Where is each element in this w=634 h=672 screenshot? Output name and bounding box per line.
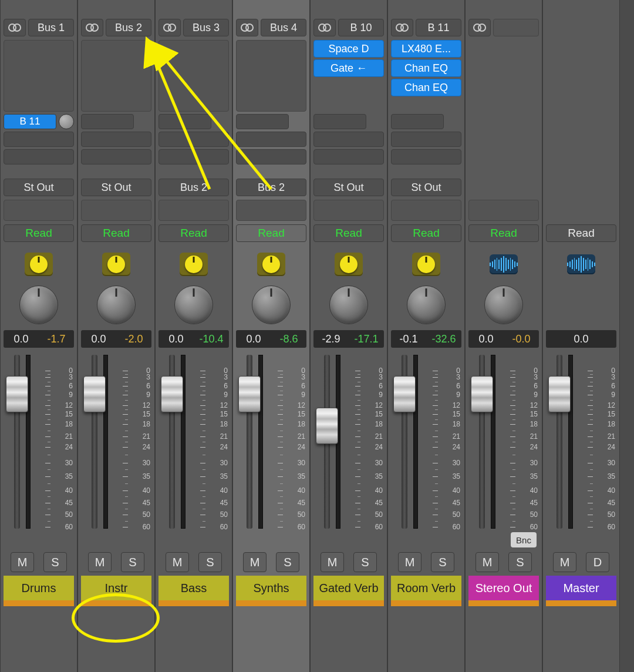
track-name[interactable]: Synths	[236, 576, 306, 600]
track-name[interactable]: Stereo Out	[468, 576, 539, 600]
send-slot-empty[interactable]	[391, 149, 461, 164]
hpf-knob[interactable]	[412, 253, 440, 276]
output-slot[interactable]: St Out	[81, 179, 151, 196]
send-slot-empty[interactable]	[81, 149, 151, 164]
output-slot[interactable]: Bus 2	[158, 179, 229, 196]
output-slot[interactable]: St Out	[313, 179, 384, 196]
automation-mode[interactable]: Read	[468, 224, 539, 242]
mute-button[interactable]: M	[476, 552, 499, 572]
fader-cap[interactable]	[548, 376, 571, 412]
hpf-knob[interactable]	[257, 253, 285, 276]
automation-mode[interactable]: Read	[546, 224, 616, 242]
send-level-knob[interactable]	[59, 114, 74, 129]
group-slot[interactable]	[468, 200, 539, 221]
solo-button[interactable]: D	[586, 552, 609, 572]
solo-button[interactable]: S	[431, 552, 454, 572]
insert-empty[interactable]	[81, 40, 151, 112]
hpf-knob[interactable]	[180, 253, 208, 276]
automation-mode[interactable]: Read	[4, 224, 74, 242]
send-slot-empty[interactable]	[158, 114, 211, 129]
solo-button[interactable]: S	[43, 552, 67, 572]
solo-button[interactable]: S	[508, 552, 532, 572]
mute-button[interactable]: M	[166, 552, 189, 572]
input-slot[interactable]: Bus 4	[261, 19, 306, 36]
solo-button[interactable]: S	[276, 552, 299, 572]
mute-button[interactable]: M	[398, 552, 421, 572]
stereo-mode-icon[interactable]	[158, 19, 181, 36]
solo-button[interactable]: S	[121, 552, 144, 572]
send-slot-empty[interactable]	[236, 114, 289, 129]
mute-button[interactable]: M	[11, 552, 34, 572]
mute-button[interactable]: M	[553, 552, 576, 572]
group-slot[interactable]	[313, 200, 384, 221]
send-slot-empty[interactable]	[391, 114, 444, 129]
track-name[interactable]: Room Verb	[391, 576, 461, 600]
pan-knob[interactable]	[329, 285, 368, 324]
send-slot-empty[interactable]	[158, 132, 229, 147]
group-slot[interactable]	[81, 200, 151, 221]
mute-button[interactable]: M	[243, 552, 267, 572]
insert-plugin[interactable]: Space D	[313, 40, 384, 58]
insert-empty[interactable]	[158, 40, 229, 112]
fader-cap[interactable]	[238, 376, 261, 412]
send-slot-empty[interactable]	[313, 132, 384, 147]
insert-empty[interactable]	[4, 40, 74, 112]
group-slot[interactable]	[391, 200, 461, 221]
input-slot[interactable]: B 11	[416, 19, 461, 36]
input-slot[interactable]: B 10	[338, 19, 384, 36]
group-slot[interactable]	[4, 200, 74, 221]
automation-mode[interactable]: Read	[313, 224, 384, 242]
stereo-mode-icon[interactable]	[391, 19, 413, 36]
send-slot-empty[interactable]	[391, 132, 461, 147]
send-slot-empty[interactable]	[158, 149, 229, 164]
hpf-knob[interactable]	[102, 253, 130, 276]
mute-button[interactable]: M	[88, 552, 112, 572]
mute-button[interactable]: M	[321, 552, 344, 572]
insert-empty[interactable]	[236, 40, 306, 112]
send-slot[interactable]: B 11	[4, 114, 56, 129]
output-slot[interactable]: St Out	[4, 179, 74, 196]
send-slot-empty[interactable]	[236, 149, 306, 164]
track-name[interactable]: Master	[546, 576, 616, 600]
insert-plugin[interactable]: Chan EQ	[391, 59, 461, 77]
fader-cap[interactable]	[161, 376, 183, 412]
automation-mode[interactable]: Read	[236, 224, 306, 242]
insert-plugin[interactable]: Gate ←	[313, 59, 384, 77]
group-slot[interactable]	[158, 200, 229, 221]
stereo-mode-icon[interactable]	[468, 19, 491, 36]
fader-cap[interactable]	[316, 408, 338, 444]
send-slot-empty[interactable]	[4, 132, 74, 147]
stereo-mode-icon[interactable]	[236, 19, 258, 36]
stereo-mode-icon[interactable]	[313, 19, 336, 36]
stereo-mode-icon[interactable]	[81, 19, 103, 36]
fader-cap[interactable]	[6, 376, 28, 412]
fader-cap[interactable]	[393, 376, 416, 412]
insert-plugin[interactable]: LX480 E...	[391, 40, 461, 58]
insert-plugin[interactable]: Chan EQ	[391, 79, 461, 96]
input-slot[interactable]: Bus 2	[106, 19, 151, 36]
output-slot[interactable]: St Out	[391, 179, 461, 196]
track-name[interactable]: Gated Verb	[313, 576, 384, 600]
send-slot-empty[interactable]	[313, 149, 384, 164]
input-slot[interactable]: Bus 1	[28, 19, 74, 36]
fader-cap[interactable]	[83, 376, 106, 412]
automation-mode[interactable]: Read	[391, 224, 461, 242]
input-slot-empty[interactable]	[493, 19, 539, 36]
bounce-button[interactable]: Bnc	[511, 532, 537, 547]
fader-cap[interactable]	[471, 376, 493, 412]
output-slot[interactable]: Bus 2	[236, 179, 306, 196]
pan-knob[interactable]	[484, 285, 523, 324]
input-slot[interactable]: Bus 3	[183, 19, 229, 36]
automation-mode[interactable]: Read	[81, 224, 151, 242]
track-name[interactable]: Instr	[81, 576, 151, 600]
solo-button[interactable]: S	[353, 552, 377, 572]
send-slot-empty[interactable]	[313, 114, 366, 129]
pan-knob[interactable]	[407, 285, 446, 324]
pan-knob[interactable]	[19, 285, 58, 324]
stereo-mode-icon[interactable]	[4, 19, 26, 36]
solo-button[interactable]: S	[198, 552, 222, 572]
send-slot-empty[interactable]	[236, 132, 306, 147]
hpf-knob[interactable]	[25, 253, 53, 276]
pan-knob[interactable]	[97, 285, 136, 324]
send-slot-empty[interactable]	[81, 114, 134, 129]
